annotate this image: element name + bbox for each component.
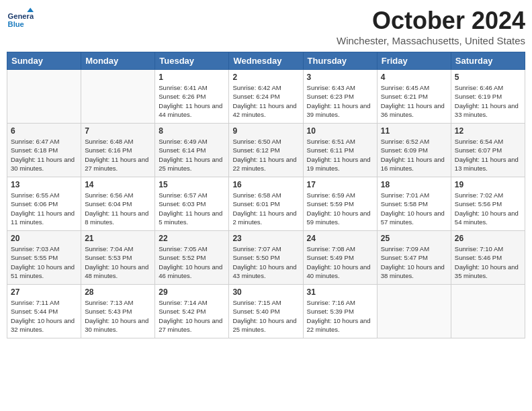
- day-cell: 16Sunrise: 6:58 AM Sunset: 6:01 PM Dayli…: [229, 177, 303, 231]
- day-info: Sunrise: 6:41 AM Sunset: 6:26 PM Dayligh…: [159, 83, 225, 119]
- day-info: Sunrise: 6:47 AM Sunset: 6:18 PM Dayligh…: [11, 137, 77, 173]
- svg-text:General: General: [8, 12, 34, 20]
- svg-marker-2: [27, 8, 34, 12]
- day-number: 26: [455, 234, 521, 243]
- day-number: 13: [11, 180, 77, 189]
- day-cell: 21Sunrise: 7:04 AM Sunset: 5:53 PM Dayli…: [81, 231, 155, 285]
- day-info: Sunrise: 7:13 AM Sunset: 5:43 PM Dayligh…: [85, 298, 151, 334]
- day-cell: 11Sunrise: 6:52 AM Sunset: 6:09 PM Dayli…: [377, 124, 451, 177]
- day-info: Sunrise: 6:45 AM Sunset: 6:21 PM Dayligh…: [381, 83, 447, 119]
- day-info: Sunrise: 6:59 AM Sunset: 5:59 PM Dayligh…: [307, 191, 373, 226]
- day-cell: 2Sunrise: 6:42 AM Sunset: 6:24 PM Daylig…: [229, 70, 303, 124]
- day-info: Sunrise: 6:49 AM Sunset: 6:14 PM Dayligh…: [159, 137, 225, 173]
- day-number: 8: [159, 126, 225, 136]
- day-number: 7: [85, 126, 151, 136]
- day-info: Sunrise: 7:16 AM Sunset: 5:39 PM Dayligh…: [307, 298, 373, 334]
- page-container: General Blue October 2024 Winchester, Ma…: [7, 7, 525, 338]
- day-number: 22: [159, 234, 225, 243]
- day-cell: 30Sunrise: 7:15 AM Sunset: 5:40 PM Dayli…: [229, 285, 303, 338]
- logo-icon: General Blue: [7, 7, 34, 34]
- week-row-5: 27Sunrise: 7:11 AM Sunset: 5:44 PM Dayli…: [7, 285, 525, 338]
- day-cell: 22Sunrise: 7:05 AM Sunset: 5:52 PM Dayli…: [155, 231, 229, 285]
- week-row-1: 1Sunrise: 6:41 AM Sunset: 6:26 PM Daylig…: [7, 70, 525, 124]
- day-cell: 5Sunrise: 6:46 AM Sunset: 6:19 PM Daylig…: [451, 70, 525, 124]
- day-number: 4: [381, 73, 447, 82]
- day-cell: 17Sunrise: 6:59 AM Sunset: 5:59 PM Dayli…: [303, 177, 377, 231]
- day-info: Sunrise: 7:10 AM Sunset: 5:46 PM Dayligh…: [455, 244, 521, 280]
- day-cell: 28Sunrise: 7:13 AM Sunset: 5:43 PM Dayli…: [81, 285, 155, 338]
- day-info: Sunrise: 6:46 AM Sunset: 6:19 PM Dayligh…: [455, 83, 521, 119]
- day-cell: 8Sunrise: 6:49 AM Sunset: 6:14 PM Daylig…: [155, 124, 229, 177]
- day-info: Sunrise: 7:07 AM Sunset: 5:50 PM Dayligh…: [232, 244, 299, 280]
- calendar-table: Sunday Monday Tuesday Wednesday Thursday…: [7, 52, 525, 338]
- day-info: Sunrise: 7:15 AM Sunset: 5:40 PM Dayligh…: [232, 298, 299, 334]
- day-cell: 6Sunrise: 6:47 AM Sunset: 6:18 PM Daylig…: [7, 124, 81, 177]
- day-number: 18: [381, 180, 447, 189]
- day-cell: [81, 70, 155, 124]
- day-cell: [377, 285, 451, 338]
- day-cell: 15Sunrise: 6:57 AM Sunset: 6:03 PM Dayli…: [155, 177, 229, 231]
- header-friday: Friday: [377, 52, 451, 70]
- day-info: Sunrise: 6:48 AM Sunset: 6:16 PM Dayligh…: [85, 137, 151, 173]
- svg-text:Blue: Blue: [8, 20, 24, 28]
- day-number: 2: [232, 73, 299, 82]
- day-info: Sunrise: 6:42 AM Sunset: 6:24 PM Dayligh…: [232, 83, 299, 119]
- day-cell: 29Sunrise: 7:14 AM Sunset: 5:42 PM Dayli…: [155, 285, 229, 338]
- day-number: 14: [85, 180, 151, 189]
- day-cell: 27Sunrise: 7:11 AM Sunset: 5:44 PM Dayli…: [7, 285, 81, 338]
- day-number: 24: [307, 234, 373, 243]
- day-cell: 25Sunrise: 7:09 AM Sunset: 5:47 PM Dayli…: [377, 231, 451, 285]
- day-cell: 12Sunrise: 6:54 AM Sunset: 6:07 PM Dayli…: [451, 124, 525, 177]
- day-info: Sunrise: 6:55 AM Sunset: 6:06 PM Dayligh…: [11, 191, 77, 226]
- day-info: Sunrise: 7:11 AM Sunset: 5:44 PM Dayligh…: [11, 298, 77, 334]
- week-row-3: 13Sunrise: 6:55 AM Sunset: 6:06 PM Dayli…: [7, 177, 525, 231]
- day-cell: [7, 70, 81, 124]
- day-cell: 31Sunrise: 7:16 AM Sunset: 5:39 PM Dayli…: [303, 285, 377, 338]
- day-cell: 20Sunrise: 7:03 AM Sunset: 5:55 PM Dayli…: [7, 231, 81, 285]
- location-title: Winchester, Massachusetts, United States: [337, 35, 525, 46]
- week-row-2: 6Sunrise: 6:47 AM Sunset: 6:18 PM Daylig…: [7, 124, 525, 177]
- title-area: October 2024 Winchester, Massachusetts, …: [337, 7, 525, 46]
- day-info: Sunrise: 6:57 AM Sunset: 6:03 PM Dayligh…: [159, 191, 225, 226]
- day-number: 11: [381, 126, 447, 136]
- day-info: Sunrise: 6:54 AM Sunset: 6:07 PM Dayligh…: [455, 137, 521, 173]
- day-number: 20: [11, 234, 77, 243]
- logo: General Blue: [7, 7, 35, 34]
- header: General Blue October 2024 Winchester, Ma…: [7, 7, 525, 46]
- day-number: 21: [85, 234, 151, 243]
- day-number: 3: [307, 73, 373, 82]
- day-info: Sunrise: 7:01 AM Sunset: 5:58 PM Dayligh…: [381, 191, 447, 226]
- day-info: Sunrise: 7:04 AM Sunset: 5:53 PM Dayligh…: [85, 244, 151, 280]
- day-cell: [451, 285, 525, 338]
- day-number: 6: [11, 126, 77, 136]
- day-number: 29: [159, 287, 225, 297]
- day-number: 5: [455, 73, 521, 82]
- header-wednesday: Wednesday: [229, 52, 303, 70]
- day-number: 25: [381, 234, 447, 243]
- day-cell: 9Sunrise: 6:50 AM Sunset: 6:12 PM Daylig…: [229, 124, 303, 177]
- day-cell: 18Sunrise: 7:01 AM Sunset: 5:58 PM Dayli…: [377, 177, 451, 231]
- day-number: 30: [232, 287, 299, 297]
- day-info: Sunrise: 7:05 AM Sunset: 5:52 PM Dayligh…: [159, 244, 225, 280]
- header-sunday: Sunday: [7, 52, 81, 70]
- day-info: Sunrise: 7:08 AM Sunset: 5:49 PM Dayligh…: [307, 244, 373, 280]
- day-number: 10: [307, 126, 373, 136]
- day-info: Sunrise: 6:43 AM Sunset: 6:23 PM Dayligh…: [307, 83, 373, 119]
- day-number: 19: [455, 180, 521, 189]
- day-number: 23: [232, 234, 299, 243]
- day-number: 16: [232, 180, 299, 189]
- day-info: Sunrise: 6:58 AM Sunset: 6:01 PM Dayligh…: [232, 191, 299, 226]
- day-cell: 7Sunrise: 6:48 AM Sunset: 6:16 PM Daylig…: [81, 124, 155, 177]
- day-info: Sunrise: 7:02 AM Sunset: 5:56 PM Dayligh…: [455, 191, 521, 226]
- weekday-header-row: Sunday Monday Tuesday Wednesday Thursday…: [7, 52, 525, 70]
- day-cell: 24Sunrise: 7:08 AM Sunset: 5:49 PM Dayli…: [303, 231, 377, 285]
- day-cell: 10Sunrise: 6:51 AM Sunset: 6:11 PM Dayli…: [303, 124, 377, 177]
- header-tuesday: Tuesday: [155, 52, 229, 70]
- day-cell: 1Sunrise: 6:41 AM Sunset: 6:26 PM Daylig…: [155, 70, 229, 124]
- day-cell: 14Sunrise: 6:56 AM Sunset: 6:04 PM Dayli…: [81, 177, 155, 231]
- header-saturday: Saturday: [451, 52, 525, 70]
- day-info: Sunrise: 7:09 AM Sunset: 5:47 PM Dayligh…: [381, 244, 447, 280]
- day-info: Sunrise: 6:52 AM Sunset: 6:09 PM Dayligh…: [381, 137, 447, 173]
- day-cell: 26Sunrise: 7:10 AM Sunset: 5:46 PM Dayli…: [451, 231, 525, 285]
- header-monday: Monday: [81, 52, 155, 70]
